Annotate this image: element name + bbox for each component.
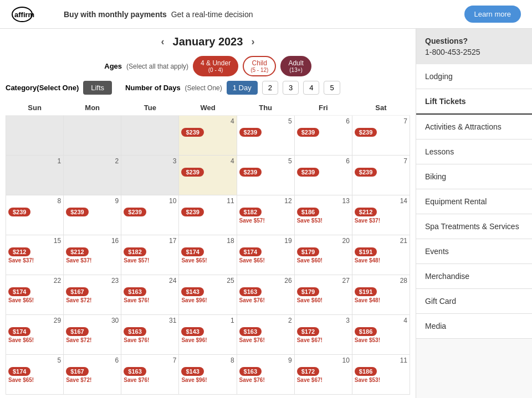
table-row[interactable]: 9$163Save $76! [237, 355, 294, 395]
sidebar-item-equipment-rental[interactable]: Equipment Rental [416, 189, 532, 214]
table-row[interactable]: 31$163Save $76! [121, 315, 179, 355]
table-row[interactable]: 17$182Save $57! [121, 235, 179, 275]
table-row[interactable]: 4$186Save $53! [352, 315, 410, 355]
affirm-learn-more-button[interactable]: Learn more [464, 6, 521, 23]
price-badge[interactable]: $212 [355, 206, 407, 216]
price-badge[interactable]: $239 [8, 206, 61, 216]
price-badge[interactable]: $239 [239, 127, 292, 137]
price-badge[interactable]: $239 [239, 167, 292, 177]
table-row[interactable]: 22$174Save $65! [6, 275, 64, 315]
sidebar-item-biking[interactable]: Biking [416, 164, 532, 189]
price-badge[interactable]: $239 [66, 206, 119, 216]
table-row[interactable]: 3$172Save $67! [294, 315, 352, 355]
price-badge[interactable]: $239 [355, 167, 407, 177]
price-badge[interactable]: $163 [124, 286, 176, 296]
price-badge[interactable]: $239 [297, 167, 350, 177]
age-btn-4under[interactable]: 4 & Under (0 - 4) [193, 56, 238, 76]
sidebar-item-events[interactable]: Events [416, 239, 532, 264]
day-btn-4[interactable]: 4 [303, 81, 319, 95]
price-badge[interactable]: $186 [297, 206, 350, 216]
sidebar-item-lift-tickets[interactable]: Lift Tickets [416, 89, 532, 115]
price-badge[interactable]: $172 [297, 326, 350, 336]
next-month-button[interactable]: › [251, 36, 254, 48]
table-row[interactable]: 26$163Save $76! [237, 275, 294, 315]
day-btn-3[interactable]: 3 [283, 81, 299, 95]
price-badge[interactable]: $167 [66, 326, 119, 336]
price-badge[interactable]: $167 [66, 286, 119, 296]
price-badge[interactable]: $174 [181, 246, 234, 256]
price-badge[interactable]: $191 [355, 286, 407, 296]
price-badge[interactable]: $143 [181, 286, 234, 296]
lifts-category-button[interactable]: Lifts [83, 81, 112, 95]
table-row[interactable]: 11$186Save $53! [352, 355, 410, 395]
sidebar-item-gift-card[interactable]: Gift Card [416, 289, 532, 314]
table-row[interactable]: 6$239 [294, 156, 352, 195]
table-row[interactable]: 19$174Save $65! [237, 235, 294, 275]
price-badge[interactable]: $167 [66, 366, 119, 376]
price-badge[interactable]: $143 [181, 326, 234, 336]
price-badge[interactable]: $239 [355, 127, 407, 137]
price-badge[interactable]: $239 [181, 206, 234, 216]
sidebar-item-media[interactable]: Media [416, 314, 532, 339]
price-badge[interactable]: $182 [239, 206, 292, 216]
sidebar-item-merchandise[interactable]: Merchandise [416, 264, 532, 289]
age-btn-adult[interactable]: Adult (13+) [280, 56, 311, 76]
table-row[interactable]: 5$239 [237, 116, 294, 156]
day-btn-1[interactable]: 1 Day [227, 81, 258, 95]
prev-month-button[interactable]: ‹ [161, 36, 165, 48]
table-row[interactable]: 13$186Save $53! [294, 195, 352, 235]
table-row[interactable]: 12$182Save $57! [237, 195, 294, 235]
price-badge[interactable]: $163 [124, 326, 176, 336]
table-row[interactable]: 27$179Save $60! [294, 275, 352, 315]
table-row[interactable]: 23$167Save $72! [64, 275, 121, 315]
price-badge[interactable]: $179 [297, 286, 350, 296]
table-row[interactable]: 4$239 [179, 116, 237, 156]
age-btn-child[interactable]: Child (5 - 12) [243, 56, 276, 76]
table-row[interactable]: 11$239 [179, 195, 237, 235]
table-row[interactable]: 6$239 [294, 116, 352, 156]
price-badge[interactable]: $163 [239, 286, 292, 296]
table-row[interactable]: 20$179Save $60! [294, 235, 352, 275]
table-row[interactable]: 5$239 [237, 156, 294, 195]
price-badge[interactable]: $239 [181, 167, 234, 177]
table-row[interactable]: 15$212Save $37! [6, 235, 64, 275]
table-row[interactable]: 28$191Save $48! [352, 275, 410, 315]
price-badge[interactable]: $179 [297, 246, 350, 256]
table-row[interactable]: 1$143Save $96! [179, 315, 237, 355]
price-badge[interactable]: $191 [355, 246, 407, 256]
price-badge[interactable]: $239 [124, 206, 176, 216]
price-badge[interactable]: $186 [355, 326, 407, 336]
table-row[interactable]: 7$163Save $76! [121, 355, 179, 395]
table-row[interactable]: 10$239 [121, 195, 179, 235]
price-badge[interactable]: $174 [239, 246, 292, 256]
price-badge[interactable]: $174 [8, 286, 61, 296]
table-row[interactable]: 8$239 [6, 195, 64, 235]
price-badge[interactable]: $239 [181, 127, 234, 137]
table-row[interactable]: 5$174Save $65! [6, 355, 64, 395]
price-badge[interactable]: $182 [124, 246, 176, 256]
table-row[interactable]: 25$143Save $96! [179, 275, 237, 315]
price-badge[interactable]: $174 [8, 326, 61, 336]
price-badge[interactable]: $172 [297, 366, 350, 376]
table-row[interactable]: 2$163Save $76! [237, 315, 294, 355]
price-badge[interactable]: $163 [124, 366, 176, 376]
table-row[interactable]: 16$212Save $37! [64, 235, 121, 275]
table-row[interactable]: 7$239 [352, 116, 410, 156]
table-row[interactable]: 29$174Save $65! [6, 315, 64, 355]
table-row[interactable]: 10$172Save $67! [294, 355, 352, 395]
table-row[interactable]: 24$163Save $76! [121, 275, 179, 315]
table-row[interactable]: 6$167Save $72! [64, 355, 121, 395]
table-row[interactable]: 4$239 [179, 156, 237, 195]
sidebar-item-lessons[interactable]: Lessons [416, 139, 532, 164]
price-badge[interactable]: $174 [8, 366, 61, 376]
price-badge[interactable]: $212 [8, 246, 61, 256]
price-badge[interactable]: $143 [181, 366, 234, 376]
price-badge[interactable]: $212 [66, 246, 119, 256]
sidebar-item-spa[interactable]: Spa Treatments & Services [416, 214, 532, 239]
price-badge[interactable]: $186 [355, 366, 407, 376]
price-badge[interactable]: $163 [239, 366, 292, 376]
sidebar-item-activities[interactable]: Activities & Attractions [416, 115, 532, 139]
table-row[interactable]: 8$143Save $96! [179, 355, 237, 395]
table-row[interactable]: 18$174Save $65! [179, 235, 237, 275]
table-row[interactable]: 9$239 [64, 195, 121, 235]
